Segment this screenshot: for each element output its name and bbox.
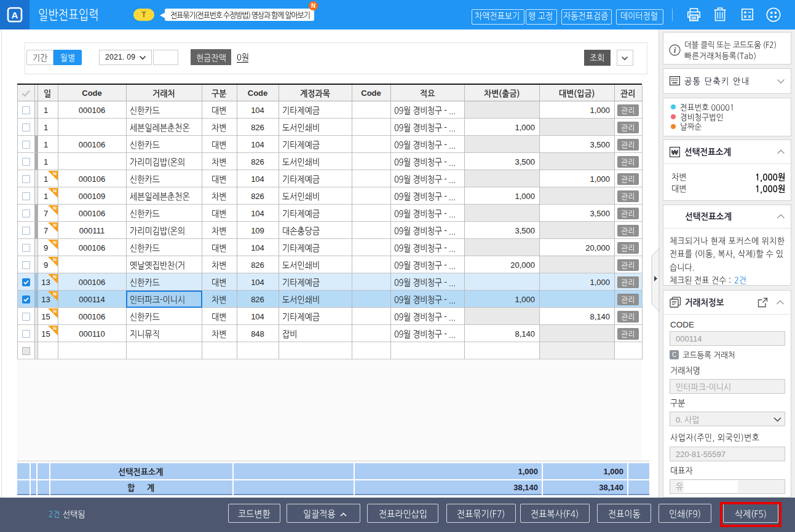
svg-text:i: i xyxy=(674,45,676,55)
svg-text:₩: ₩ xyxy=(671,149,678,156)
svg-text:A: A xyxy=(12,10,18,20)
